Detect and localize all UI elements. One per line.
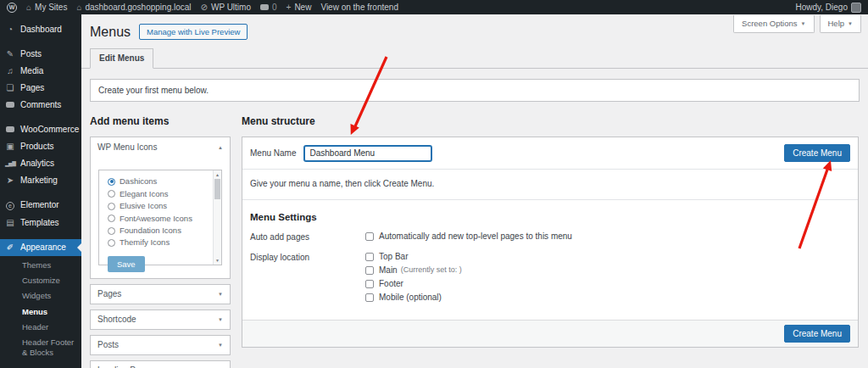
scrollbar-thumb[interactable] xyxy=(214,179,220,199)
radio-option-foundation-icons[interactable]: Foundation Icons xyxy=(108,226,206,235)
sidebar-item-analytics[interactable]: ▂▅▇ Analytics xyxy=(0,155,81,172)
radio-label: Foundation Icons xyxy=(120,226,181,235)
location-main[interactable]: Main (Currently set to: ) xyxy=(365,265,462,275)
submenu-item-header-footer-blocks[interactable]: Header Footer & Blocks xyxy=(0,335,81,360)
site-name-link[interactable]: ⌂ dashboard.goshopping.local xyxy=(76,3,191,12)
mobile-checkbox[interactable] xyxy=(365,293,374,302)
howdy-account-link[interactable]: Howdy, Diego xyxy=(795,3,861,13)
create-menu-button-top[interactable]: Create Menu xyxy=(784,144,850,162)
create-menu-button-bottom[interactable]: Create Menu xyxy=(784,325,850,343)
submenu-item-customize[interactable]: Customize xyxy=(0,273,81,288)
submenu-item-menus[interactable]: Menus xyxy=(0,304,81,320)
sidebar-separator xyxy=(0,114,81,121)
radio-label: Dashicons xyxy=(120,177,157,186)
pages-icon: ❏ xyxy=(5,84,15,92)
screen-options-button[interactable]: Screen Options ▼ xyxy=(733,15,814,33)
media-icon: ♫ xyxy=(5,67,15,75)
sidebar-item-products[interactable]: ▣ Products xyxy=(0,138,81,155)
auto-add-pages-option[interactable]: Automatically add new top-level pages to… xyxy=(365,231,572,241)
sidebar-item-media[interactable]: ♫ Media xyxy=(0,63,81,80)
posts-panel-header[interactable]: Posts ▼ xyxy=(91,336,230,354)
megaphone-icon: ➤ xyxy=(5,176,15,185)
pages-panel-header[interactable]: Pages ▼ xyxy=(91,285,230,304)
radio-option-fontawesome-icons[interactable]: FontAwesome Icons xyxy=(108,215,206,223)
sidebar-label: Products xyxy=(20,142,53,151)
display-location-row: Display location Top Bar Main (Currently… xyxy=(250,252,850,306)
wordpress-menu[interactable]: W xyxy=(7,3,17,13)
sidebar-item-appearance[interactable]: ✐ Appearance xyxy=(0,239,81,256)
chevron-down-icon: ▼ xyxy=(218,343,223,348)
sidebar-label: Comments xyxy=(20,101,61,109)
menu-helper-text: Give your menu a name, then click Create… xyxy=(242,170,858,200)
submenu-item-themes[interactable]: Themes xyxy=(0,258,81,273)
shortcode-panel-title: Shortcode xyxy=(97,315,136,324)
sidebar-item-woocommerce[interactable]: WooCommerce xyxy=(0,121,81,138)
comments-link[interactable]: 0 xyxy=(260,3,277,12)
sidebar-item-posts[interactable]: ✎ Posts xyxy=(0,46,81,63)
sidebar-item-templates[interactable]: ▤ Templates xyxy=(0,215,81,231)
appearance-submenu: Themes Customize Widgets Menus Header He… xyxy=(0,256,81,365)
sidebar-item-dashboard[interactable]: ◔ Dashboard xyxy=(0,21,81,38)
save-button[interactable]: Save xyxy=(108,256,145,272)
location-label: Top Bar xyxy=(379,252,408,261)
home-icon: ⌂ xyxy=(76,3,81,12)
chevron-down-icon: ▼ xyxy=(801,21,806,26)
scroll-down-icon[interactable]: ▼ xyxy=(214,258,221,263)
radio-option-themify-icons[interactable]: Themify Icons xyxy=(108,238,206,247)
tab-edit-menus[interactable]: Edit Menus xyxy=(90,48,153,69)
radio-icon xyxy=(108,203,115,210)
chevron-down-icon: ▼ xyxy=(848,21,853,26)
plus-icon: + xyxy=(287,3,292,12)
admin-bar: W ⌂ My Sites ⌂ dashboard.goshopping.loca… xyxy=(0,0,868,14)
main-content: Screen Options ▼ Help ▼ Menus Manage wit… xyxy=(81,14,868,368)
tab-bar: Edit Menus xyxy=(81,47,868,69)
sidebar-separator xyxy=(0,38,81,46)
submenu-item-widgets[interactable]: Widgets xyxy=(0,288,81,304)
footer-checkbox[interactable] xyxy=(365,280,374,288)
menu-name-label: Menu Name xyxy=(250,148,296,158)
location-mobile[interactable]: Mobile (optional) xyxy=(365,293,462,302)
submenu-item-header[interactable]: Header xyxy=(0,320,81,335)
wp-menu-icons-panel: WP Menu Icons ▲ Dashicons Elegant Icons xyxy=(90,137,231,279)
menu-structure-heading: Menu structure xyxy=(242,115,859,127)
wp-ultimo-link[interactable]: ⊘ WP Ultimo xyxy=(201,3,251,12)
sidebar-item-elementor[interactable]: e Elementor xyxy=(0,197,81,215)
sidebar-label: WooCommerce xyxy=(20,125,79,134)
sidebar-item-marketing[interactable]: ➤ Marketing xyxy=(0,172,81,189)
location-top-bar[interactable]: Top Bar xyxy=(365,252,462,261)
location-footer[interactable]: Footer xyxy=(365,279,462,288)
radio-option-elegant-icons[interactable]: Elegant Icons xyxy=(108,190,206,198)
manage-with-live-preview-button[interactable]: Manage with Live Preview xyxy=(139,24,248,40)
wp-ultimo-icon: ⊘ xyxy=(201,3,208,12)
my-sites-link[interactable]: ⌂ My Sites xyxy=(26,3,67,12)
radio-option-dashicons[interactable]: Dashicons xyxy=(108,177,206,186)
help-button[interactable]: Help ▼ xyxy=(820,15,862,33)
elementor-logo-icon: e xyxy=(5,201,15,210)
dashboard-icon: ◔ xyxy=(5,25,15,34)
top-bar-checkbox[interactable] xyxy=(365,253,374,261)
wp-menu-icons-header[interactable]: WP Menu Icons ▲ xyxy=(91,137,230,158)
menu-name-input[interactable] xyxy=(304,146,431,161)
my-sites-icon: ⌂ xyxy=(26,3,31,12)
comments-icon xyxy=(260,4,269,10)
sidebar-item-pages[interactable]: ❏ Pages xyxy=(0,80,81,97)
sidebar-label: Analytics xyxy=(20,159,54,168)
sidebar-item-plugins[interactable]: ⚡ Plugins xyxy=(0,365,81,368)
display-location-label: Display location xyxy=(250,252,365,306)
auto-add-checkbox[interactable] xyxy=(365,232,374,241)
sidebar-item-comments[interactable]: Comments xyxy=(0,97,81,114)
auto-add-option-label: Automatically add new top-level pages to… xyxy=(379,231,572,241)
auto-add-pages-row: Auto add pages Automatically add new top… xyxy=(250,231,850,245)
landing-pages-panel-header[interactable]: Landing Pages ▼ xyxy=(91,361,230,368)
scrollbar[interactable]: ▲ ▼ xyxy=(213,170,221,265)
shortcode-panel-header[interactable]: Shortcode ▼ xyxy=(91,310,230,329)
main-checkbox[interactable] xyxy=(365,266,374,275)
new-content-link[interactable]: + New xyxy=(287,3,312,12)
view-frontend-link[interactable]: View on the frontend xyxy=(320,3,398,12)
sidebar-label: Posts xyxy=(20,50,42,59)
sidebar-label: Dashboard xyxy=(20,25,62,34)
scroll-up-icon[interactable]: ▲ xyxy=(214,172,221,177)
radio-option-elusive-icons[interactable]: Elusive Icons xyxy=(108,202,206,210)
sidebar-label: Templates xyxy=(20,219,59,227)
radio-icon xyxy=(108,190,115,198)
